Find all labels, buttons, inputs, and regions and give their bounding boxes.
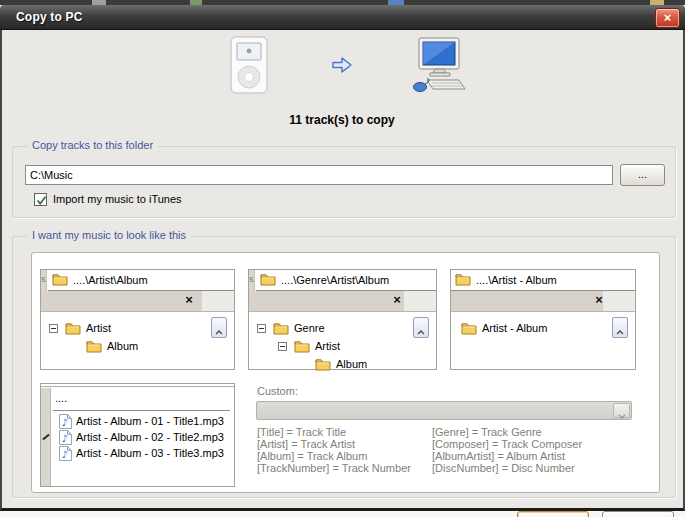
divider [53,410,230,411]
tree-node-label: Artist - Album [482,320,547,337]
file-preview-header: .... [55,392,67,404]
dialog-body: 11 track(s) to copy Copy tracks to this … [0,30,685,511]
tag-legend-line: [Composer] = Track Composer [432,438,582,450]
tag-legend-line: [Title] = Track Title [257,426,411,438]
music-layout-group: I want my music to look like this s....\… [12,236,676,498]
mini-toolbar: × [41,291,234,312]
music-file-icon: ♪ [59,414,72,431]
address-bar: ....\Genre\Artist\Album [256,270,436,291]
tree-node-label: Genre [294,320,325,337]
tree-node-label: Album [336,356,367,373]
music-file-icon: ♪ [59,446,72,463]
title-bar[interactable]: Copy to PC × [0,5,685,30]
mini-close-icon: × [389,292,405,307]
tag-legend-left: [Title] = Track Title[Artist] = Track Ar… [257,426,411,474]
svg-text:♪: ♪ [62,433,68,444]
tag-legend-line: [TrackNumber] = Track Number [257,462,411,474]
folder-icon [461,322,477,337]
svg-text:♪: ♪ [62,417,68,428]
address-bar: ....\Artist - Album [451,270,635,291]
folder-icon [260,273,276,288]
tag-legend-line: [Album] = Track Album [257,450,411,462]
tag-legend-line: [Artist] = Track Artist [257,438,411,450]
checkmark-icon [36,195,47,206]
file-name: Artist - Album - 02 - Title2.mp3 [76,430,224,445]
layout-preview-genre-artist-album[interactable]: s....\Genre\Artist\Album×GenreArtistAlbu… [248,269,437,370]
copy-folder-group: Copy tracks to this folder ... Import my… [12,146,676,218]
divider [41,386,234,387]
ipod-icon [230,36,268,96]
custom-label: Custom: [257,385,298,397]
tag-legend-line: [Genre] = Track Genre [432,426,582,438]
itunes-import-label: Import my music to iTunes [53,193,182,205]
address-bar: ....\Artist\Album [48,270,234,291]
tree-node: Artist - Album [451,320,613,337]
toolbar-light-segment [603,291,635,311]
folder-icon [315,358,331,373]
mini-toolbar: × [451,291,635,312]
folder-icon [294,340,310,355]
folder-icon [65,322,81,337]
destination-folder-input[interactable] [25,165,613,185]
file-name: Artist - Album - 03 - Title3.mp3 [76,446,224,461]
computer-icon [405,37,467,97]
tree-node-label: Artist [315,338,340,355]
tag-legend-right: [Genre] = Track Genre[Composer] = Track … [432,426,582,474]
window-title: Copy to PC [16,10,83,24]
scroll-up-icon [211,317,227,338]
custom-format-combo[interactable] [256,401,632,420]
tree-node-label: Artist [86,320,111,337]
toolbar-light-segment [202,291,234,311]
mini-close-icon: × [181,292,197,307]
toolbar-light-segment [404,291,436,311]
tree-node: Artist [41,320,212,337]
clipped-arrow-mark [42,434,49,441]
copy-folder-group-label: Copy tracks to this folder [27,139,158,151]
close-button[interactable]: × [655,8,680,28]
folder-icon [455,273,471,288]
folder-tree: GenreArtistAlbum [249,312,436,369]
address-path: ....\Artist\Album [73,270,148,290]
itunes-import-checkbox[interactable] [34,193,47,206]
mini-close-icon: × [591,292,607,307]
folder-tree: ArtistAlbum [41,312,234,369]
layout-preview-artist-dash-album[interactable]: ....\Artist - Album×Artist - Album [450,269,636,370]
tree-node: Album [249,356,414,373]
cancel-button[interactable]: Cancel [602,511,674,517]
arrow-right-icon [331,55,353,77]
ok-button[interactable]: Ok [517,511,589,517]
address-path: ....\Genre\Artist\Album [281,270,389,290]
tree-collapse-icon [278,342,287,351]
folder-icon [86,340,102,355]
scroll-up-icon [413,317,429,338]
address-path: ....\Artist - Album [476,270,557,290]
tag-legend-line: [DiscNumber] = Disc Number [432,462,582,474]
folder-icon [273,322,289,337]
layout-preview-artist-album[interactable]: s....\Artist\Album×ArtistAlbum [40,269,235,370]
tree-node: Artist [249,338,414,355]
tree-node: Album [41,338,212,355]
folder-tree: Artist - Album [451,312,635,369]
tracks-to-copy-caption: 11 track(s) to copy [232,113,452,127]
tree-collapse-icon [49,324,58,333]
tree-node-label: Album [107,338,138,355]
svg-text:♪: ♪ [62,449,68,460]
file-name: Artist - Album - 01 - Title1.mp3 [76,414,224,429]
tree-node: Genre [249,320,414,337]
tag-legend-line: [AlbumArtist] = Album Artist [432,450,582,462]
clipped-scrollbar-strip [41,388,51,486]
layout-preview-flat-files[interactable]: .... ♪Artist - Album - 01 - Title1.mp3♪A… [40,383,235,487]
mini-toolbar: × [249,291,436,312]
folder-icon [52,273,68,288]
layout-options-panel: s....\Artist\Album×ArtistAlbum s....\Gen… [31,252,660,493]
scroll-up-icon [612,317,628,338]
chevron-down-icon [613,403,630,418]
music-layout-group-label: I want my music to look like this [27,229,191,241]
music-file-icon: ♪ [59,430,72,447]
tree-collapse-icon [257,324,266,333]
browse-button[interactable]: ... [620,164,665,186]
